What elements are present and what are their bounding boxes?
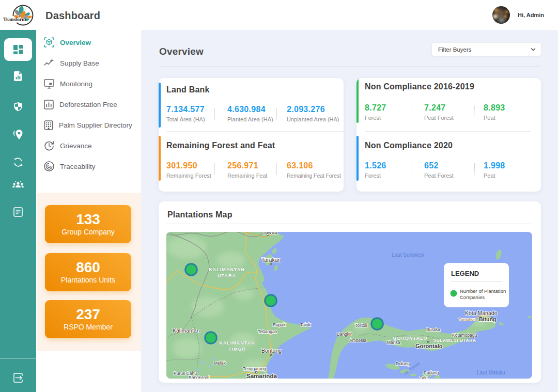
svg-text:Companies: Companies xyxy=(460,294,485,300)
svg-text:Tawau: Tawau xyxy=(262,232,277,235)
svg-text:UTARA: UTARA xyxy=(218,273,236,278)
svg-text:Tarakan: Tarakan xyxy=(261,257,281,263)
svg-text:Bitung: Bitung xyxy=(479,316,496,322)
svg-text:Melak: Melak xyxy=(214,360,226,366)
svg-text:Dolong: Dolong xyxy=(396,361,410,366)
svg-text:Padang: Padang xyxy=(424,370,439,375)
svg-text:TIMUR: TIMUR xyxy=(228,347,246,352)
svg-text:Samarinda: Samarinda xyxy=(246,373,277,379)
svg-text:LEGEND: LEGEND xyxy=(451,270,479,277)
svg-text:Bangkir: Bangkir xyxy=(337,332,352,337)
svg-text:KALIMANTAN: KALIMANTAN xyxy=(209,267,244,272)
svg-text:Number of Plantation: Number of Plantation xyxy=(460,288,506,294)
svg-text:Bangkanal: Bangkanal xyxy=(189,375,209,379)
svg-text:Taiok: Taiok xyxy=(300,322,311,327)
svg-text:Tomohon: Tomohon xyxy=(459,317,476,322)
svg-text:Kotamobagu: Kotamobagu xyxy=(452,333,477,338)
svg-text:Ambesia: Ambesia xyxy=(349,338,366,343)
svg-text:Tebangan: Tebangan xyxy=(258,329,277,334)
svg-text:Tenggarong: Tenggarong xyxy=(243,366,266,371)
svg-text:Tolitoli: Tolitoli xyxy=(355,323,367,328)
svg-text:Gorontalo: Gorontalo xyxy=(415,343,443,349)
svg-text:SULAWESI UTARA: SULAWESI UTARA xyxy=(433,338,476,343)
svg-text:GORONTALO: GORONTALO xyxy=(393,336,428,341)
svg-text:Transform: Transform xyxy=(3,17,26,22)
svg-text:Rapak: Rapak xyxy=(273,322,286,327)
svg-text:Buraka: Buraka xyxy=(426,327,440,332)
svg-text:Bontang: Bontang xyxy=(261,348,282,354)
svg-text:Laut Maluku: Laut Maluku xyxy=(477,370,505,375)
svg-text:Kalimantan: Kalimantan xyxy=(173,327,200,334)
svg-text:Kota Manado: Kota Manado xyxy=(465,310,498,316)
svg-text:Laut Sulawesi: Laut Sulawesi xyxy=(392,252,424,258)
svg-text:KALIMANTAN: KALIMANTAN xyxy=(219,340,255,346)
svg-text:Telu: Telu xyxy=(420,375,428,379)
